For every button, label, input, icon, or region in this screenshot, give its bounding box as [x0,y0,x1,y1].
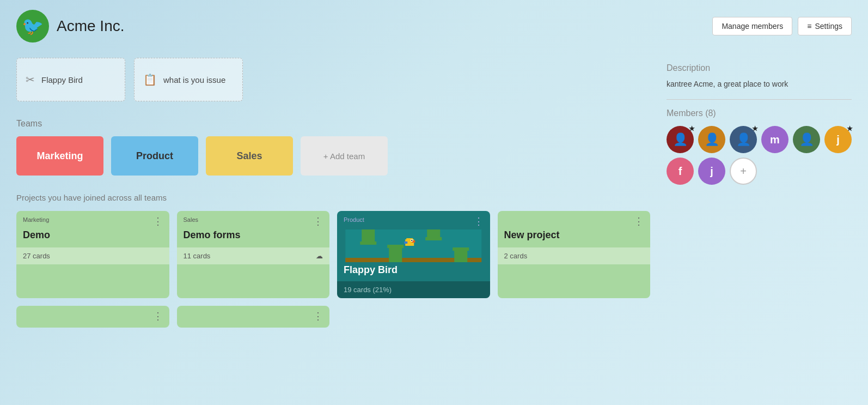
project-card-row2-2[interactable]: ⋮ [177,306,330,328]
star-badge-6: ★ [847,125,853,132]
member-avatar-3[interactable]: 👤 ★ [730,126,757,153]
project-cards-new: 2 cards [504,252,528,260]
project-header-marketing: Marketing ⋮ [16,211,169,229]
projects-grid: Marketing ⋮ Demo 27 cards Sales ⋮ Demo f… [16,211,650,298]
org-logo: 🐦 [16,10,49,43]
board-card-what-is-issue[interactable]: 📋 what is you issue [134,58,243,101]
project-footer-sales: 11 cards ☁ [177,247,330,264]
project-header-row2-2: ⋮ [177,306,330,324]
star-badge-1: ★ [689,125,695,132]
member-letter-7: f [678,165,682,178]
member-avatar-1[interactable]: 👤 ★ [667,126,694,153]
content-area: ✂ Flappy Bird 📋 what is you issue Teams … [16,58,650,328]
board-card-flappy-bird[interactable]: ✂ Flappy Bird [16,58,125,101]
project-menu-row2-1[interactable]: ⋮ [153,311,163,321]
recent-boards: ✂ Flappy Bird 📋 what is you issue [16,58,650,101]
project-name-marketing: Demo [16,229,169,243]
logo-icon: 🐦 [22,16,44,37]
project-cards-flappy: 19 cards (21%) [344,286,392,294]
member-avatar-8[interactable]: j [698,158,725,185]
flappy-bird-art [337,229,490,262]
team-btn-marketing[interactable]: Marketing [16,136,103,176]
team-btn-sales[interactable]: Sales [206,136,293,176]
member-avatar-7[interactable]: f [667,158,694,185]
svg-rect-5 [387,245,404,248]
star-badge-3: ★ [752,125,758,132]
project-menu-marketing[interactable]: ⋮ [153,216,163,226]
svg-rect-15 [404,241,407,244]
manage-members-button[interactable]: Manage members [712,17,792,35]
member-letter-6: j [836,134,840,146]
sidebar: Description kantree Acme, a great place … [667,58,852,328]
project-name-sales: Demo forms [177,229,330,243]
project-cards-sales: 11 cards [184,252,211,260]
members-title: Members (8) [667,108,852,118]
project-team-flappy: Product [344,216,364,223]
board-label-issue: what is you issue [163,75,225,84]
project-menu-row2-2[interactable]: ⋮ [313,311,323,321]
project-name-new: New project [498,229,651,243]
org-name: Acme Inc. [57,17,124,35]
project-menu-new[interactable]: ⋮ [634,216,644,226]
team-btn-add[interactable]: + Add team [301,136,388,176]
projects-row-2: ⋮ ⋮ [16,306,650,328]
project-card-marketing-demo[interactable]: Marketing ⋮ Demo 27 cards [16,211,169,298]
svg-rect-9 [453,247,469,251]
project-team-sales: Sales [184,216,199,223]
add-member-button[interactable]: + [730,158,757,185]
svg-rect-4 [389,246,402,262]
teams-section: Teams Marketing Product Sales + Add team [16,119,650,176]
board-icon-issue: 📋 [143,73,157,86]
teams-section-title: Teams [16,119,650,129]
project-card-flappy[interactable]: Product ⋮ [337,211,490,298]
member-avatar-4[interactable]: m [761,126,788,153]
project-header-row2-1: ⋮ [16,306,169,324]
project-menu-sales[interactable]: ⋮ [313,216,323,226]
project-menu-flappy[interactable]: ⋮ [474,216,484,226]
main-layout: ✂ Flappy Bird 📋 what is you issue Teams … [0,52,868,333]
svg-rect-7 [425,237,442,240]
members-row: 👤 ★ 👤 👤 ★ m 👤 j ★ [667,126,852,185]
project-footer-flappy: 19 cards (21%) [337,281,490,298]
project-header-new: ⋮ [498,211,651,229]
member-letter-8: j [710,165,713,178]
board-label-flappy: Flappy Bird [41,75,83,84]
teams-row: Marketing Product Sales + Add team [16,136,650,176]
svg-rect-3 [360,241,376,245]
member-letter-4: m [770,134,780,146]
upload-icon: ☁ [316,252,323,260]
project-card-new-project[interactable]: ⋮ New project 2 cards [498,211,651,298]
header: 🐦 Acme Inc. Manage members ≡ Settings [0,0,868,52]
project-card-row2-1[interactable]: ⋮ [16,306,169,328]
project-name-flappy: Flappy Bird [337,264,490,277]
projects-section-title: Projects you have joined across all team… [16,193,650,202]
member-avatar-5[interactable]: 👤 [793,126,820,153]
projects-section: Projects you have joined across all team… [16,193,650,328]
project-header-flappy: Product ⋮ [337,211,490,229]
board-icon-flappy: ✂ [26,73,35,86]
member-avatar-6[interactable]: j ★ [824,126,852,153]
project-cards-marketing: 27 cards [23,252,50,260]
project-card-sales-demo[interactable]: Sales ⋮ Demo forms 11 cards ☁ [177,211,330,298]
project-footer-marketing: 27 cards [16,247,169,264]
settings-button[interactable]: ≡ Settings [798,17,852,35]
project-footer-new: 2 cards [498,247,651,264]
member-avatar-2[interactable]: 👤 [698,126,725,153]
description-text: kantree Acme, a great place to work [667,80,852,88]
header-left: 🐦 Acme Inc. [16,10,124,43]
settings-icon: ≡ [807,22,811,31]
description-title: Description [667,63,852,73]
header-right: Manage members ≡ Settings [712,17,852,35]
project-team-marketing: Marketing [23,216,49,223]
plus-icon: + [740,165,747,178]
svg-rect-14 [411,240,412,241]
project-header-sales: Sales ⋮ [177,211,330,229]
team-btn-product[interactable]: Product [111,136,198,176]
